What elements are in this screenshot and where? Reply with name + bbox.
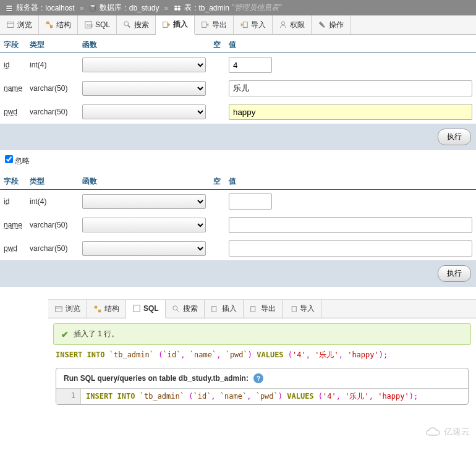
database-icon [88,4,97,12]
server-value[interactable]: localhost [45,4,74,12]
header-function: 函数 [79,37,210,53]
tab-browse[interactable]: 浏览 [0,15,39,34]
tab-sql[interactable]: SQL [126,300,166,318]
tab-privileges[interactable]: 权限 [273,15,312,34]
sql-icon [132,304,141,313]
ignore-row: 忽略 [0,150,476,171]
field-type: varchar(50) [26,100,79,124]
svg-point-28 [172,305,177,310]
header-type: 类型 [26,37,79,53]
query-panel-header: Run SQL query/queries on table db_study.… [56,368,468,389]
function-select[interactable] [82,241,206,256]
tab-insert[interactable]: 插入 [156,15,195,35]
header-value: 值 [225,37,476,53]
query-panel-title: Run SQL query/queries on table db_study.… [64,374,249,383]
header-field: 字段 [0,37,26,53]
action-bar-2: 执行 [0,260,476,287]
structure-icon [93,305,102,313]
value-input-name[interactable] [229,80,472,96]
sql-display: INSERT INTO `tb_admin` (`id`, `name`, `p… [56,350,469,360]
tab-import[interactable]: 导入 [283,300,321,318]
tab-search[interactable]: 搜索 [117,15,156,34]
value-input-pwd[interactable] [229,240,472,257]
field-type: varchar(50) [26,237,79,260]
table-value[interactable]: tb_admin [198,4,229,12]
query-panel: Run SQL query/queries on table db_study.… [56,368,469,405]
tab-import[interactable]: 导入 [234,15,273,34]
tab-export[interactable]: 导出 [244,300,283,318]
export-icon [250,305,258,313]
query-text[interactable]: INSERT INTO `tb_admin` (`id`, `name`, `p… [81,389,468,404]
tab-structure[interactable]: 结构 [87,300,126,318]
svg-rect-20 [243,22,247,28]
svg-rect-19 [202,22,206,28]
svg-rect-32 [292,306,296,312]
table-icon [173,4,182,12]
help-icon[interactable]: ? [253,373,263,383]
value-input-pwd[interactable] [229,104,472,120]
table-row: name varchar(50) [0,213,476,237]
query-editor[interactable]: 1 INSERT INTO `tb_admin` (`id`, `name`, … [56,389,468,404]
execute-button[interactable]: 执行 [438,129,471,145]
value-input-id[interactable] [229,57,272,73]
svg-point-14 [124,22,129,26]
function-select[interactable] [82,57,206,72]
tab-insert[interactable]: 插入 [205,300,244,318]
privileges-icon [279,20,287,29]
export-icon [201,20,210,29]
svg-rect-1 [6,7,13,9]
action-bar-1: 执行 [0,124,476,150]
function-select[interactable] [82,104,206,119]
field-name: name [4,221,22,229]
success-text: 插入了 1 行。 [74,329,119,339]
header-null: 空 [210,37,225,53]
field-name: pwd [4,244,17,253]
db-value[interactable]: db_study [129,4,159,12]
field-type: varchar(50) [26,77,79,100]
svg-line-15 [128,25,130,28]
svg-rect-0 [6,5,13,7]
table-comment: "管理员信息表" [232,2,282,13]
insert-table-1: 字段 类型 函数 空 值 id int(4) name varchar(50) … [0,37,476,124]
structure-icon [45,20,54,29]
tab-sql[interactable]: SQLSQL [78,15,117,34]
execute-button[interactable]: 执行 [438,265,471,282]
breadcrumb: 服务器: localhost » 数据库: db_study » 表: tb_a… [0,0,476,15]
header-type: 类型 [26,174,79,190]
table-row: name varchar(50) [0,77,476,100]
result-panel: 浏览 结构 SQL 搜索 插入 导出 导入 ✔ 插入了 1 行。 INSERT … [48,299,476,405]
svg-rect-27 [134,305,140,312]
svg-rect-26 [98,309,101,312]
field-type: int(4) [26,53,79,77]
function-select[interactable] [82,194,206,209]
table-label: 表 [184,2,192,13]
success-message: ✔ 插入了 1 行。 [53,323,471,345]
ignore-checkbox[interactable] [5,155,13,163]
result-tabs: 浏览 结构 SQL 搜索 插入 导出 导入 [48,300,476,318]
header-null: 空 [210,174,225,190]
tab-export[interactable]: 导出 [195,15,234,34]
svg-rect-16 [163,22,168,27]
svg-line-29 [177,309,179,312]
tab-operations[interactable]: 操作 [312,15,351,34]
function-select[interactable] [82,218,206,232]
sql-icon: SQL [84,20,93,29]
import-icon [289,305,297,313]
tab-structure[interactable]: 结构 [39,15,78,34]
svg-point-3 [90,4,96,7]
field-name: name [4,84,22,93]
tab-browse[interactable]: 浏览 [48,300,87,318]
value-input-name[interactable] [229,217,472,233]
check-icon: ✔ [61,329,69,339]
svg-text:SQL: SQL [87,23,93,27]
function-select[interactable] [82,81,206,96]
value-input-id[interactable] [229,193,272,210]
tab-search[interactable]: 搜索 [166,300,205,318]
table-row: id int(4) [0,190,476,214]
svg-rect-2 [6,9,13,11]
field-name: pwd [4,108,17,116]
insert-icon [162,20,171,29]
header-function: 函数 [79,174,210,190]
svg-rect-9 [46,22,49,24]
browse-icon [6,20,15,29]
